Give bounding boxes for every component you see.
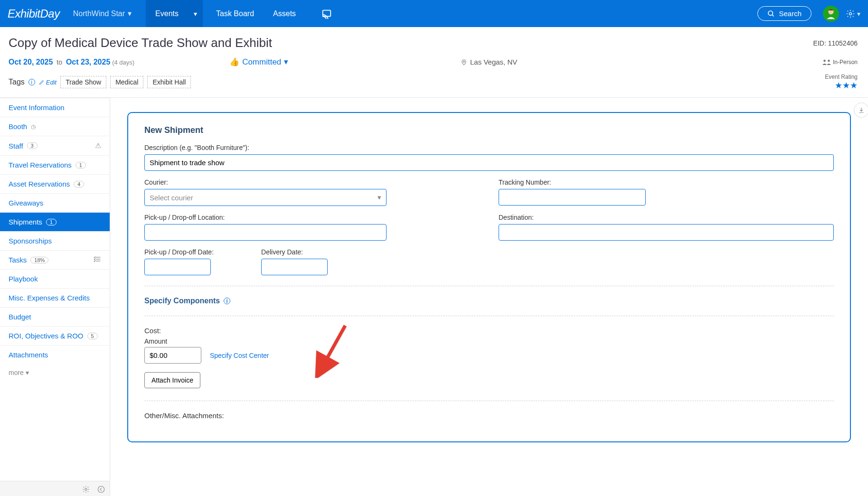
tracking-label: Tracking Number: [499,178,834,186]
destination-input[interactable] [499,224,834,241]
count-badge: 3 [27,142,38,149]
delivery-date-input[interactable] [261,259,328,275]
tab-events-dropdown[interactable]: ▾ [188,0,203,27]
event-sidebar: Event Information Booth ◷ Staff 3 ⚠ Trav… [0,98,110,496]
sidebar-item-giveaways[interactable]: Giveaways [0,193,110,212]
start-date: Oct 20, 2025 [9,58,53,66]
card-title: New Shipment [144,125,834,135]
sidebar-item-label: Travel Reservations [9,161,72,169]
location-text: Las Vegas, NV [470,58,517,66]
date-to: to [57,58,62,66]
sidebar-item-label: Misc. Expenses & Credits [9,294,90,302]
sidebar-item-label: Playbook [9,275,38,283]
info-icon[interactable]: i [28,79,35,85]
chevron-down-icon: ▾ [857,10,860,18]
sidebar-more[interactable]: more ▾ [0,364,110,381]
date-range[interactable]: Oct 20, 2025 to Oct 23, 2025 (4 days) [9,58,134,66]
sidebar-settings-icon[interactable] [82,486,90,495]
sidebar-item-budget[interactable]: Budget [0,307,110,326]
tag-chip[interactable]: Exhibit Hall [147,76,191,88]
sidebar-item-misc-expenses[interactable]: Misc. Expenses & Credits [0,288,110,307]
info-icon[interactable]: i [224,298,230,304]
sidebar-footer [0,481,110,496]
event-format[interactable]: In-Person [822,59,858,66]
svg-point-4 [849,12,852,15]
new-shipment-card: New Shipment Description (e.g. "Booth Fu… [127,112,851,442]
sidebar-item-sponsorships[interactable]: Sponsorships [0,231,110,250]
attach-invoice-button[interactable]: Attach Invoice [144,372,200,388]
tab-events[interactable]: Events [146,0,188,27]
workspace-name: NorthWind Star [73,9,125,18]
duration-days: (4 days) [112,59,134,66]
cost-center-link[interactable]: Specify Cost Center [210,352,269,359]
tab-assets[interactable]: Assets [264,0,305,27]
workspace-dropdown[interactable]: NorthWind Star ▾ [73,9,132,18]
sidebar-item-roi[interactable]: ROI, Objectives & ROO 5 [0,326,110,345]
status-dropdown[interactable]: 👍 Committed ▾ [229,57,288,67]
sidebar-item-shipments[interactable]: Shipments 1 [0,212,110,231]
tags-label: Tags [9,78,25,86]
user-avatar[interactable] [823,6,839,22]
sidebar-item-asset-reservations[interactable]: Asset Reservations 4 [0,174,110,193]
sidebar-item-label: Budget [9,313,31,321]
svg-point-11 [85,488,87,490]
tracking-input[interactable] [499,189,646,206]
tag-chip[interactable]: Medical [110,76,143,88]
count-badge: 4 [74,181,84,187]
search-label: Search [779,9,802,18]
download-button[interactable] [854,103,868,118]
end-date: Oct 23, 2025 [66,58,110,66]
svg-point-5 [463,61,465,62]
description-input[interactable] [144,154,834,171]
brand-logo[interactable]: ExhibitDay [8,7,60,20]
percent-badge: 18% [30,257,48,263]
destination-label: Destination: [499,214,834,221]
event-location[interactable]: Las Vegas, NV [461,58,517,66]
svg-rect-0 [323,10,331,16]
location-pin-icon [461,59,467,66]
edit-tags-link[interactable]: Edit [39,79,57,86]
pickup-location-input[interactable] [144,224,387,241]
cost-label: Cost: [144,327,834,335]
sidebar-item-label: Tasks [9,256,27,264]
divider [144,316,834,316]
svg-point-7 [828,59,830,62]
svg-point-1 [768,11,773,15]
specify-components-link[interactable]: Specify Components i [144,297,834,305]
sidebar-item-label: Booth [9,122,27,131]
pickup-date-input[interactable] [144,259,211,275]
amount-input[interactable] [144,347,201,364]
other-attachments-label: Other/Misc. Attachments: [144,412,834,420]
search-button[interactable]: Search [757,6,811,21]
gear-icon [846,9,855,19]
sidebar-item-label: Staff [9,142,23,150]
chevron-down-icon: ▾ [128,9,132,18]
sidebar-item-playbook[interactable]: Playbook [0,269,110,288]
thumbs-up-icon: 👍 [229,57,239,67]
chevron-down-icon: ▾ [26,369,29,376]
main-content: New Shipment Description (e.g. "Booth Fu… [110,98,868,496]
sidebar-item-staff[interactable]: Staff 3 ⚠ [0,136,110,155]
settings-dropdown[interactable]: ▾ [846,9,860,19]
courier-select[interactable]: Select courier ▾ [144,189,387,206]
divider [144,401,834,401]
sidebar-collapse-icon[interactable] [97,486,105,495]
sidebar-item-event-information[interactable]: Event Information [0,98,110,117]
count-badge: 1 [75,162,86,168]
tag-chip[interactable]: Trade Show [60,76,106,88]
event-rating[interactable]: Event Rating ★★★ [825,74,858,91]
format-label: In-Person [833,59,858,66]
sidebar-item-travel-reservations[interactable]: Travel Reservations 1 [0,155,110,174]
courier-label: Courier: [144,178,480,186]
sidebar-item-label: Asset Reservations [9,180,70,188]
sidebar-item-booth[interactable]: Booth ◷ [0,117,110,136]
sidebar-item-tasks[interactable]: Tasks 18% [0,250,110,269]
count-badge: 1 [46,219,57,225]
rating-stars: ★★★ [825,80,858,91]
download-icon [858,107,865,113]
sidebar-item-label: Attachments [9,351,48,359]
sidebar-item-attachments[interactable]: Attachments [0,345,110,364]
cast-icon[interactable] [315,0,339,27]
nav-tabs: Events ▾ Task Board Assets [146,0,339,27]
tab-task-board[interactable]: Task Board [207,0,264,27]
